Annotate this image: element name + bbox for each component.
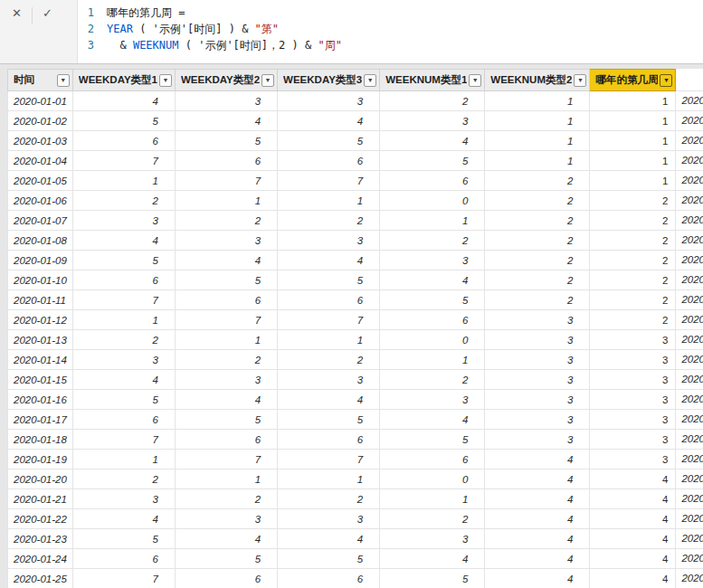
value-cell: 2 [175,211,277,231]
date-cell: 2020-01-09 [8,251,73,270]
value-cell: 2 [380,370,485,390]
value-cell: 6 [175,569,277,588]
date-cell: 2020-01-06 [8,191,73,211]
dax-formula-editor[interactable]: 1哪年的第几周 =2YEAR ( '示例'[时间] ) & "第"3 & WEE… [78,0,703,63]
value-cell: 3 [72,489,175,509]
table-row: 2020-01-132110332020第3周 [8,330,703,350]
date-cell: 2020-01-14 [8,350,73,370]
table-row: 2020-01-073221222020第2周 [8,211,703,231]
value-cell: 4 [380,131,485,151]
week-label-cell: 1 [590,171,676,191]
date-cell: 2020-01-22 [8,509,73,529]
column-label: WEEKDAY类型1 [79,73,157,87]
filter-dropdown-icon[interactable]: ▼ [574,74,586,87]
table-row: 2020-01-047665112020第1周 [8,151,703,171]
code-segment-function: WEEKNUM [133,39,179,52]
value-cell: 3 [72,211,175,231]
column-header-inner: WEEKDAY类型2▼ [181,73,274,87]
value-cell: 0 [380,469,485,489]
week-label-cell: 2 [590,251,676,270]
value-cell: 3 [485,330,590,350]
filter-dropdown-icon[interactable]: ▼ [660,74,672,87]
value-cell: 7 [72,430,175,450]
filter-dropdown-icon[interactable]: ▼ [159,74,172,87]
value-cell: 5 [72,111,175,131]
column-header[interactable]: WEEKDAY类型1▼ [72,70,175,91]
value-cell: 3 [380,111,485,131]
value-cell: 2020第3周 [676,450,703,469]
code-segment-plain: ( '示例'[时间]，2 ) & [178,39,318,52]
date-cell: 2020-01-25 [8,569,73,588]
value-cell: 3 [485,410,590,430]
value-cell: 2 [485,211,590,231]
value-cell: 2020第2周 [676,251,703,270]
week-label-cell: 3 [590,350,676,370]
filter-dropdown-icon[interactable]: ▼ [469,74,481,87]
value-cell: 5 [175,549,277,569]
value-cell: 4 [72,370,175,390]
cancel-formula-button[interactable]: ✕ [5,5,28,23]
value-cell: 3 [278,91,380,111]
code-segment-function: YEAR [107,23,133,35]
value-cell: 2020第3周 [676,410,703,430]
value-cell: 4 [380,410,485,430]
table-row: 2020-01-235443442020第4周 [8,529,703,549]
value-cell: 4 [278,390,380,410]
value-cell: 6 [380,171,485,191]
value-cell: 1 [175,469,277,489]
code-segment-plain: ( '示例'[时间] ) & [133,23,255,35]
value-cell: 4 [72,231,175,251]
table-row: 2020-01-095443222020第2周 [8,251,703,270]
value-cell: 1 [72,171,175,191]
commit-formula-button[interactable]: ✓ [36,5,59,23]
value-cell: 3 [380,529,485,549]
week-label-cell: 4 [590,529,676,549]
week-label-cell: 3 [590,410,676,430]
table-row: 2020-01-165443332020第3周 [8,390,703,410]
value-cell: 4 [485,549,590,569]
value-cell: 6 [72,410,175,430]
value-cell: 2 [175,350,277,370]
value-cell: 2 [485,251,590,270]
table-row: 2020-01-084332222020第2周 [8,231,703,251]
value-cell: 1 [72,450,175,469]
filter-dropdown-icon[interactable]: ▼ [364,74,376,87]
table-row: 2020-01-202110442020第4周 [8,469,703,489]
value-cell: 6 [278,151,380,171]
week-label-cell: 2 [590,231,676,251]
value-cell: 7 [72,569,175,588]
value-cell: 5 [380,569,485,588]
value-cell: 7 [175,310,277,330]
value-cell: 1 [278,469,380,489]
value-cell: 4 [278,111,380,131]
value-cell: 4 [278,251,380,270]
filter-dropdown-icon[interactable]: ▼ [57,74,70,87]
column-header[interactable]: WEEKDAY类型3▼ [278,70,380,91]
formula-bar-buttons: ✕ ✓ [0,0,78,63]
column-header[interactable]: WEEKNUM类型1▼ [380,70,485,91]
column-header[interactable]: WEEKNUM类型2▼ [485,70,590,91]
data-table: 时间▼WEEKDAY类型1▼WEEKDAY类型2▼WEEKDAY类型3▼WEEK… [7,69,703,588]
value-cell: 3 [485,390,590,410]
week-label-cell: 1 [590,111,676,131]
column-header[interactable]: 时间▼ [8,70,73,91]
week-label-cell: 4 [590,489,676,509]
value-cell: 3 [175,231,277,251]
column-header-inner: WEEKNUM类型1▼ [385,73,481,87]
table-row: 2020-01-051776212020第1周 [8,171,703,191]
value-cell: 5 [380,290,485,310]
column-header[interactable]: WEEKDAY类型2▼ [175,70,277,91]
value-cell: 7 [72,290,175,310]
column-header[interactable]: 哪年的第几周▼ [590,70,676,91]
value-cell: 2020第3周 [676,390,703,410]
button-separator [32,7,33,24]
formula-bar: ✕ ✓ 1哪年的第几周 =2YEAR ( '示例'[时间] ) & "第"3 &… [0,0,703,64]
filter-dropdown-icon[interactable]: ▼ [261,74,274,87]
date-cell: 2020-01-01 [8,91,73,111]
value-cell: 7 [278,310,380,330]
value-cell: 4 [175,390,277,410]
value-cell: 2020第1周 [676,171,703,191]
value-cell: 5 [72,251,175,270]
value-cell: 2020第3周 [676,370,703,390]
value-cell: 7 [278,171,380,191]
